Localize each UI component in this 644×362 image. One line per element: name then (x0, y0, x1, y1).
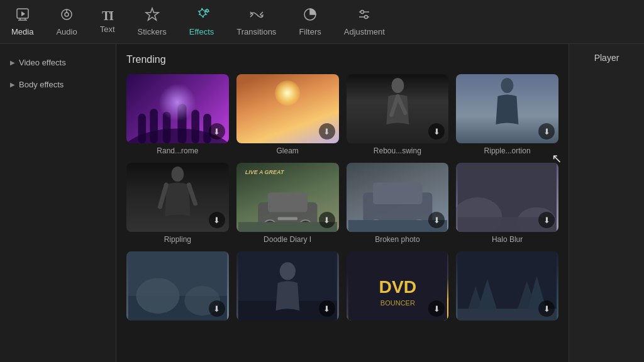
effects-icon (194, 7, 209, 25)
download-btn-9[interactable]: ⬇ (209, 300, 225, 317)
audio-label: Audio (56, 27, 77, 36)
sidebar: ▶ Video effects ▶ Body effects (0, 44, 116, 362)
nav-item-audio[interactable]: Audio (45, 0, 88, 43)
stickers-label: Stickers (138, 27, 167, 36)
effect-label-2: Gleam (236, 146, 339, 155)
media-label: Media (11, 27, 33, 36)
effect-card-2[interactable]: ⬇ Gleam (236, 74, 339, 155)
transitions-icon (249, 7, 264, 25)
effect-thumb-1: ⬇ (126, 74, 229, 143)
svg-point-4 (65, 13, 69, 16)
effect-label-4: Ripple...ortion (456, 146, 558, 155)
nav-item-stickers[interactable]: Stickers (126, 0, 178, 43)
transitions-label: Transitions (236, 27, 276, 36)
nav-item-adjustment[interactable]: Adjustment (333, 0, 396, 43)
svg-point-39 (136, 278, 179, 314)
effects-label: Effects (189, 27, 214, 36)
top-navigation: Media Audio TI Text Stickers (0, 0, 644, 44)
svg-point-19 (501, 78, 514, 93)
effect-thumb-3: ⬇ (347, 74, 449, 143)
sidebar-item-video-effects[interactable]: ▶ Video effects (0, 52, 116, 74)
effects-grid: ⬇ Rand...rome ⬇ Gleam (126, 74, 558, 324)
svg-text:DVD: DVD (379, 277, 416, 297)
effect-card-9[interactable]: ⬇ (126, 251, 229, 324)
svg-rect-26 (277, 217, 297, 220)
effect-card-5[interactable]: ⬇ Rippling (126, 163, 229, 244)
effect-thumb-12: ⬇ (456, 251, 558, 321)
effect-thumb-4: ⬇ (456, 74, 558, 143)
nav-item-media[interactable]: Media (0, 0, 45, 43)
effect-label-1: Rand...rome (126, 146, 229, 155)
effect-thumb-8: ⬇ (456, 163, 558, 232)
svg-point-10 (365, 16, 368, 19)
svg-point-18 (391, 78, 404, 93)
nav-item-transitions[interactable]: Transitions (225, 0, 287, 43)
player-label: Player (594, 53, 619, 63)
download-btn-1[interactable]: ⬇ (209, 123, 225, 140)
effect-card-7[interactable]: ⬇ Broken photo (347, 163, 449, 244)
effect-thumb-2: ⬇ (236, 74, 339, 143)
download-btn-10[interactable]: ⬇ (319, 300, 335, 317)
effect-card-10[interactable]: ⬇ (236, 251, 339, 324)
effect-card-6[interactable]: LIVE A GREAT ⬇ Doodle Diary I (236, 163, 339, 244)
effect-thumb-6: LIVE A GREAT ⬇ (236, 163, 339, 232)
nav-item-filters[interactable]: Filters (287, 0, 332, 43)
effect-label-5: Rippling (126, 235, 229, 244)
filters-icon (303, 7, 318, 25)
download-btn-4[interactable]: ⬇ (538, 123, 555, 140)
download-btn-8[interactable]: ⬇ (538, 212, 555, 228)
effect-thumb-5: ⬇ (126, 163, 229, 232)
effect-label-3: Rebou...swing (347, 146, 449, 155)
adjustment-icon (357, 7, 372, 25)
effect-card-8[interactable]: ⬇ Halo Blur (456, 163, 558, 244)
content-area[interactable]: Trending ⬇ (116, 44, 569, 362)
svg-point-20 (171, 167, 184, 182)
svg-rect-13 (150, 109, 158, 143)
main-content: ▶ Video effects ▶ Body effects Trending (0, 44, 644, 362)
audio-icon (59, 7, 74, 25)
download-btn-2[interactable]: ⬇ (319, 123, 335, 140)
media-icon (15, 7, 30, 25)
download-btn-6[interactable]: ⬇ (319, 212, 335, 228)
text-icon: TI (102, 9, 113, 22)
sidebar-item-body-effects[interactable]: ▶ Body effects (0, 74, 116, 96)
svg-point-43 (280, 262, 296, 280)
video-effects-label: Video effects (19, 58, 66, 67)
effect-label-6: Doodle Diary I (236, 235, 339, 244)
effect-card-1[interactable]: ⬇ Rand...rome (126, 74, 229, 155)
nav-item-text[interactable]: TI Text (89, 0, 126, 43)
effect-card-3[interactable]: ⬇ Rebou...swing (347, 74, 449, 155)
svg-point-9 (361, 11, 364, 14)
svg-rect-16 (191, 110, 199, 143)
effect-card-11[interactable]: DVD BOUNCER ⬇ (347, 251, 449, 324)
body-effects-label: Body effects (19, 80, 64, 89)
download-btn-12[interactable]: ⬇ (538, 300, 555, 317)
download-btn-5[interactable]: ⬇ (209, 212, 225, 228)
nav-item-effects[interactable]: Effects (178, 0, 226, 43)
svg-rect-22 (268, 192, 308, 212)
effect-card-12[interactable]: ⬇ (456, 251, 558, 324)
effect-thumb-9: ⬇ (126, 251, 229, 321)
svg-rect-12 (138, 114, 147, 143)
svg-marker-2 (21, 11, 25, 16)
effect-thumb-7: ⬇ (347, 163, 449, 232)
svg-rect-28 (373, 182, 423, 204)
arrow-icon: ▶ (10, 59, 15, 66)
section-title: Trending (126, 54, 558, 65)
effect-thumb-10: ⬇ (236, 251, 339, 321)
effect-thumb-11: DVD BOUNCER ⬇ (347, 251, 449, 321)
arrow-icon-2: ▶ (10, 81, 15, 88)
effect-label-7: Broken photo (347, 235, 449, 244)
adjustment-label: Adjustment (344, 27, 385, 36)
filters-label: Filters (299, 27, 321, 36)
effect-card-4[interactable]: ⬇ Ripple...ortion (456, 74, 558, 155)
svg-text:BOUNCER: BOUNCER (380, 299, 414, 307)
stickers-icon (145, 7, 160, 25)
text-label: Text (100, 25, 115, 34)
effect-label-8: Halo Blur (456, 235, 558, 244)
player-panel: Player (569, 44, 644, 362)
